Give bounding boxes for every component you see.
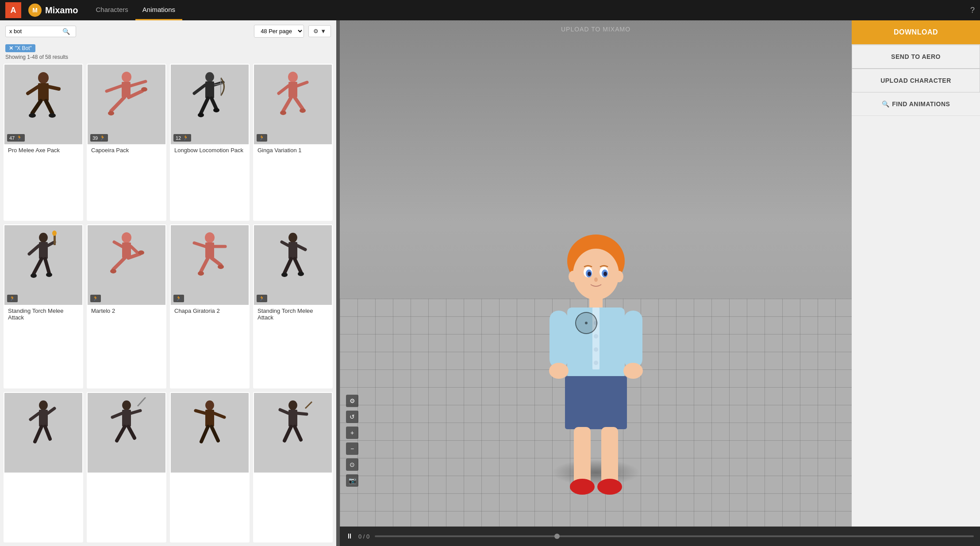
anim-card-1[interactable]: 39 🏃 Capoeira Pack bbox=[87, 64, 166, 221]
svg-line-70 bbox=[31, 413, 39, 419]
svg-point-50 bbox=[110, 269, 116, 273]
svg-point-68 bbox=[39, 400, 48, 410]
nav-animations[interactable]: Animations bbox=[135, 0, 182, 20]
svg-point-102 bbox=[588, 272, 591, 276]
anim-card-9[interactable] bbox=[87, 392, 166, 542]
svg-line-86 bbox=[211, 427, 218, 441]
svg-line-31 bbox=[295, 97, 303, 109]
badge-6: 🏃 bbox=[173, 295, 184, 302]
svg-point-34 bbox=[39, 233, 48, 242]
anim-card-11[interactable] bbox=[253, 392, 333, 542]
filter-tag[interactable]: ✕ "X Bot" bbox=[5, 44, 35, 52]
top-navigation: A M Mixamo Characters Animations ? bbox=[0, 0, 980, 20]
mixamo-icon: M bbox=[28, 4, 42, 17]
anim-card-7[interactable]: 🏃 Standing Torch Melee Attack bbox=[253, 224, 333, 388]
download-button[interactable]: DOWNLOAD bbox=[852, 20, 980, 45]
svg-point-7 bbox=[49, 113, 56, 118]
filter-remove-icon[interactable]: ✕ bbox=[9, 45, 13, 51]
svg-line-18 bbox=[194, 85, 205, 93]
svg-point-117 bbox=[623, 363, 643, 379]
svg-line-91 bbox=[305, 402, 312, 408]
svg-point-32 bbox=[280, 111, 286, 115]
svg-line-71 bbox=[48, 408, 54, 413]
results-count: Showing 1-48 of 58 results bbox=[0, 52, 336, 64]
svg-rect-1 bbox=[38, 83, 49, 101]
search-input[interactable] bbox=[9, 28, 62, 35]
viewport-camera-btn[interactable]: 📷 bbox=[346, 474, 358, 487]
per-page-select[interactable]: 48 Per page bbox=[254, 25, 304, 38]
anim-thumb-5: 🏃 bbox=[88, 225, 165, 305]
nav-links: Characters Animations bbox=[88, 0, 182, 20]
nav-characters[interactable]: Characters bbox=[88, 0, 135, 20]
svg-point-24 bbox=[198, 113, 204, 117]
anim-card-8[interactable] bbox=[4, 392, 83, 542]
svg-point-52 bbox=[205, 232, 215, 243]
svg-rect-120 bbox=[601, 427, 618, 484]
anim-thumb-3: 🏃 bbox=[254, 65, 332, 144]
progress-track[interactable] bbox=[375, 535, 974, 537]
viewport-reset-btn[interactable]: ↺ bbox=[346, 411, 358, 423]
svg-line-3 bbox=[49, 87, 59, 89]
search-bar: 🔍 48 Per page ⚙ ▼ bbox=[0, 20, 336, 42]
anim-card-3[interactable]: 🏃 Ginga Variation 1 bbox=[253, 64, 333, 221]
svg-rect-119 bbox=[574, 427, 591, 484]
action-panel: DOWNLOAD SEND TO AERO UPLOAD CHARACTER 🔍… bbox=[852, 20, 980, 527]
svg-line-80 bbox=[128, 427, 135, 438]
search-icon[interactable]: 🔍 bbox=[62, 28, 70, 35]
anim-thumb-10 bbox=[171, 393, 249, 473]
badge-2: 12 🏃 bbox=[173, 134, 191, 142]
svg-point-104 bbox=[594, 277, 598, 282]
badge-0: 47 🏃 bbox=[7, 134, 25, 142]
svg-point-66 bbox=[281, 273, 288, 277]
upload-character-button[interactable]: UPLOAD CHARACTER bbox=[852, 69, 980, 92]
help-icon[interactable]: ? bbox=[970, 6, 975, 15]
svg-point-33 bbox=[300, 108, 306, 113]
character-display bbox=[340, 20, 852, 527]
svg-line-13 bbox=[129, 91, 142, 97]
viewport-fit-btn[interactable]: ⊙ bbox=[346, 458, 358, 471]
send-to-aero-button[interactable]: SEND TO AERO bbox=[852, 45, 980, 69]
anim-thumb-6: 🏃 bbox=[171, 225, 249, 305]
svg-line-41 bbox=[45, 259, 49, 273]
mixamo-logo: M Mixamo bbox=[28, 4, 78, 17]
anim-thumb-2: 12 🏃 bbox=[171, 65, 249, 144]
anim-thumb-7: 🏃 bbox=[254, 225, 332, 305]
play-pause-button[interactable]: ⏸ bbox=[346, 532, 353, 540]
anim-label-7: Standing Torch Melee Attack bbox=[254, 305, 332, 324]
progress-thumb[interactable] bbox=[554, 534, 560, 539]
svg-rect-17 bbox=[205, 81, 214, 98]
svg-rect-61 bbox=[288, 242, 297, 259]
svg-point-112 bbox=[594, 347, 598, 352]
svg-line-5 bbox=[46, 101, 52, 113]
svg-line-77 bbox=[131, 411, 140, 413]
find-animations-button[interactable]: 🔍 FIND ANIMATIONS bbox=[852, 92, 980, 116]
badge-5: 🏃 bbox=[90, 295, 101, 302]
anim-card-5[interactable]: 🏃 Martelo 2 bbox=[87, 224, 166, 388]
svg-line-89 bbox=[280, 410, 288, 413]
time-display: 0 / 0 bbox=[358, 533, 369, 540]
svg-point-60 bbox=[288, 233, 297, 242]
badge-4: 🏃 bbox=[7, 295, 18, 302]
svg-point-16 bbox=[205, 72, 214, 82]
view-options-button[interactable]: ⚙ ▼ bbox=[308, 25, 331, 37]
anim-card-4[interactable]: 🏃 Standing Torch Melee Attack bbox=[4, 224, 83, 388]
svg-point-25 bbox=[213, 108, 219, 112]
svg-point-113 bbox=[594, 361, 598, 365]
3d-viewport[interactable]: UPLOAD TO MIXAMO bbox=[340, 20, 852, 527]
anim-card-10[interactable] bbox=[170, 392, 250, 542]
panel-divider[interactable] bbox=[336, 20, 340, 546]
svg-point-121 bbox=[570, 479, 595, 495]
svg-point-122 bbox=[597, 479, 622, 495]
svg-point-111 bbox=[594, 334, 598, 338]
anim-card-0[interactable]: 47 🏃 Pro Melee Axe Pack bbox=[4, 64, 83, 221]
viewport-zoom-out-btn[interactable]: − bbox=[346, 442, 358, 455]
svg-point-42 bbox=[31, 273, 37, 278]
svg-line-72 bbox=[35, 427, 42, 442]
anim-card-6[interactable]: 🏃 Chapa Giratoria 2 bbox=[170, 224, 250, 388]
viewport-zoom-in-btn[interactable]: + bbox=[346, 427, 358, 439]
anim-thumb-11 bbox=[254, 393, 332, 473]
svg-line-2 bbox=[28, 87, 38, 93]
viewport-settings-btn[interactable]: ⚙ bbox=[346, 395, 358, 407]
adobe-logo[interactable]: A bbox=[5, 2, 21, 18]
anim-card-2[interactable]: 12 🏃 Longbow Locomotion Pack bbox=[170, 64, 250, 221]
